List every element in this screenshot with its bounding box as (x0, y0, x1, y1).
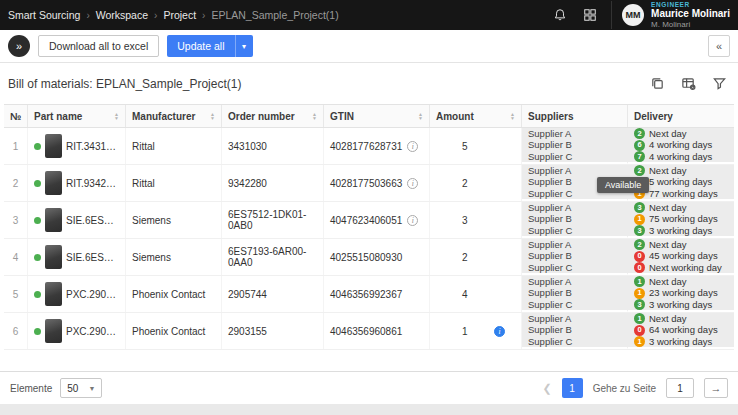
delivery-entry: 1Next day (634, 276, 687, 287)
app-window: Smart Sourcing › Workspace › Project › E… (0, 0, 738, 415)
table-header: № Part name▲▼ Manufacturer▲▼ Order numbe… (4, 104, 734, 128)
collapse-panel-button[interactable]: « (708, 35, 730, 57)
page-1-button[interactable]: 1 (562, 378, 583, 398)
availability-badge: 1 (634, 288, 645, 299)
part-name: SIE.6ES7512-1DK... (66, 215, 119, 226)
expand-panel-button[interactable]: » (8, 35, 30, 57)
column-header-manufacturer[interactable]: Manufacturer▲▼ (126, 105, 222, 127)
column-header-part-name[interactable]: Part name▲▼ (28, 105, 126, 127)
row-number: 1 (4, 128, 28, 164)
download-excel-button[interactable]: Download all to excel (38, 35, 159, 57)
delivery-text: 23 working days (649, 287, 718, 299)
column-settings-icon[interactable] (680, 75, 697, 92)
supplier-name: Supplier A (528, 128, 571, 139)
page-size-select[interactable]: 50 ▼ (60, 378, 102, 398)
supplier-name: Supplier C (528, 225, 572, 237)
breadcrumb-smart-sourcing[interactable]: Smart Sourcing (8, 9, 80, 21)
delivery-text: 75 working days (649, 213, 718, 225)
delivery-cell: 3Next day175 working days33 working days (628, 202, 734, 238)
user-subname: M. Molinari (651, 20, 730, 29)
suppliers-cell: Supplier ASupplier BSupplier C (522, 128, 628, 164)
table-row[interactable]: 6 PXC.2903155 Phoenix Contact 2903155 40… (4, 313, 734, 350)
breadcrumb-separator: › (154, 10, 157, 21)
update-all-dropdown-caret[interactable]: ▾ (235, 35, 253, 57)
table-row[interactable]: 3 SIE.6ES7512-1DK... Siemens 6ES7512-1DK… (4, 202, 734, 239)
delivery-text: Next day (649, 239, 687, 250)
status-dot (34, 180, 41, 187)
delivery-text: Next day (649, 276, 687, 287)
amount-info-icon[interactable]: i (494, 326, 505, 337)
column-header-number[interactable]: № (4, 105, 28, 127)
sort-icon[interactable]: ▲▼ (210, 112, 215, 120)
table-row[interactable]: 5 PXC.2905744 Phoenix Contact 2905744 40… (4, 276, 734, 313)
delivery-text: 64 working days (649, 324, 718, 336)
gtin-info-icon[interactable]: i (407, 141, 418, 152)
delivery-text: Next day (649, 128, 687, 139)
apps-grid-icon[interactable] (581, 6, 599, 24)
order-number: 2903155 (222, 313, 324, 349)
gtin: 4046356992367 (330, 289, 402, 300)
amount: 5 (462, 141, 468, 152)
gtin-info-icon[interactable]: i (407, 178, 418, 189)
breadcrumb-project[interactable]: Project (163, 9, 196, 21)
gtin-info-icon[interactable]: i (407, 215, 418, 226)
sort-icon[interactable]: ▲▼ (418, 112, 423, 120)
prev-page-button[interactable]: ❮ (542, 382, 551, 395)
goto-page-button[interactable]: → (704, 378, 728, 398)
page-title: Bill of materials: EPLAN_Sample_Project(… (8, 77, 241, 91)
manufacturer: Phoenix Contact (126, 313, 222, 349)
gtin: 4028177503663 (330, 178, 402, 189)
availability-badge: 0 (634, 325, 645, 336)
delivery-text: 5 working days (649, 176, 712, 188)
delivery-text: Next day (649, 165, 687, 176)
delivery-text: 3 working days (649, 299, 712, 311)
supplier-name: Supplier A (528, 239, 571, 250)
breadcrumb-workspace[interactable]: Workspace (96, 9, 148, 21)
suppliers-cell: Supplier ASupplier BSupplier C (522, 313, 628, 349)
update-all-button[interactable]: Update all (167, 35, 234, 57)
delivery-entry: 33 working days (634, 299, 712, 311)
filter-icon[interactable] (711, 75, 728, 92)
delivery-entry: 064 working days (634, 324, 718, 336)
delivery-cell: 2Next day64 working days74 working days (628, 128, 734, 164)
goto-page-input[interactable] (666, 378, 694, 398)
suppliers-cell: Supplier ASupplier BSupplier C (522, 276, 628, 312)
delivery-entry: 2Next day (634, 239, 687, 250)
supplier-name: Supplier C (528, 188, 572, 200)
sort-icon[interactable]: ▲▼ (510, 112, 515, 120)
column-header-gtin[interactable]: GTIN▲▼ (324, 105, 430, 127)
top-bar: Smart Sourcing › Workspace › Project › E… (0, 0, 738, 30)
supplier-name: Supplier A (528, 276, 571, 287)
column-header-amount[interactable]: Amount▲▼ (430, 105, 522, 127)
user-name: Maurice Molinari (651, 8, 730, 20)
notifications-bell-icon[interactable] (551, 6, 569, 24)
delivery-text: 4 working days (649, 139, 712, 151)
gtin: 4047623406051 (330, 215, 402, 226)
row-number: 2 (4, 165, 28, 201)
avatar[interactable]: MM (622, 4, 644, 26)
supplier-name: Supplier B (528, 250, 572, 262)
status-dot (34, 254, 41, 261)
order-number: 6ES7193-6AR00-0AA0 (222, 239, 324, 275)
breadcrumb-separator: › (86, 10, 89, 21)
table-row[interactable]: 4 SIE.6ES7193-6AR... Siemens 6ES7193-6AR… (4, 239, 734, 276)
sort-icon[interactable]: ▲▼ (312, 112, 317, 120)
copy-icon[interactable] (649, 75, 666, 92)
table-row[interactable]: 1 RIT.3431030 Rittal 3431030 40281776287… (4, 128, 734, 165)
manufacturer: Rittal (126, 165, 222, 201)
delivery-text: 4 working days (649, 151, 712, 163)
order-number: 6ES7512-1DK01-0AB0 (222, 202, 324, 238)
availability-badge: 3 (634, 225, 645, 236)
amount: 2 (462, 178, 468, 189)
supplier-name: Supplier C (528, 262, 572, 274)
row-number: 3 (4, 202, 28, 238)
availability-badge: 0 (634, 262, 645, 273)
column-header-order-number[interactable]: Order number▲▼ (222, 105, 324, 127)
user-menu[interactable]: MM ENGINEER Maurice Molinari M. Molinari (611, 1, 730, 29)
availability-badge: 1 (634, 336, 645, 347)
supplier-name: Supplier C (528, 299, 572, 311)
pagination-bar: Elemente 50 ▼ ❮ 1 Gehe zu Seite → (0, 371, 738, 404)
amount: 3 (462, 215, 468, 226)
sort-icon[interactable]: ▲▼ (114, 112, 119, 120)
status-dot (34, 328, 41, 335)
